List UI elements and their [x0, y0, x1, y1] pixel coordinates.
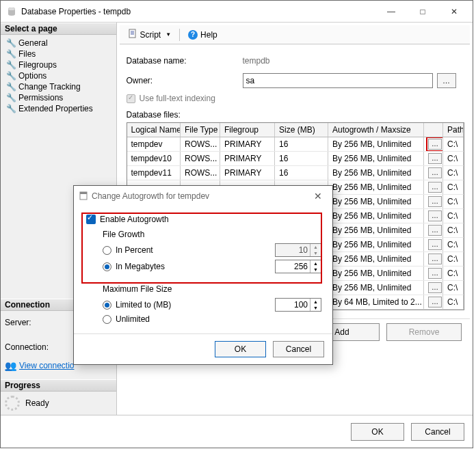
- script-label: Script: [140, 30, 161, 40]
- autogrowth-edit-button[interactable]: …: [428, 282, 442, 293]
- view-connection-text: View connectio: [19, 361, 75, 370]
- help-icon: ?: [188, 30, 198, 40]
- svg-point-1: [8, 8, 15, 10]
- cancel-button[interactable]: Cancel: [411, 423, 464, 441]
- script-icon: [128, 29, 137, 40]
- owner-label: Owner:: [127, 76, 243, 85]
- wrench-icon: 🔧: [6, 104, 16, 113]
- column-header[interactable]: Size (MB): [275, 123, 328, 137]
- autogrowth-edit-button[interactable]: …: [428, 239, 442, 250]
- owner-input[interactable]: [243, 73, 433, 88]
- autogrowth-edit-button[interactable]: …: [428, 268, 442, 279]
- autogrowth-edit-button[interactable]: …: [428, 254, 442, 264]
- dbname-value: tempdb: [243, 54, 434, 68]
- column-header[interactable]: [424, 123, 443, 137]
- svg-rect-2: [129, 29, 135, 38]
- dbname-label: Database name:: [127, 56, 243, 66]
- chevron-down-icon: ▼: [310, 250, 321, 256]
- titlebar: Database Properties - tempdb — □ ✕: [1, 1, 473, 23]
- max-file-size-header: Maximum File Size: [103, 284, 321, 294]
- wrench-icon: 🔧: [6, 82, 16, 92]
- files-label: Database files:: [127, 110, 465, 120]
- page-item-change-tracking[interactable]: 🔧Change Tracking: [2, 81, 115, 92]
- script-button[interactable]: Script ▼: [124, 27, 176, 42]
- in-percent-label: In Percent: [116, 245, 153, 255]
- maximize-button[interactable]: □: [407, 1, 438, 22]
- wrench-icon: 🔧: [6, 93, 16, 102]
- remove-button: Remove: [386, 323, 462, 341]
- close-button[interactable]: ✕: [438, 1, 470, 22]
- chevron-down-icon[interactable]: ▼: [310, 305, 321, 311]
- page-item-filegroups[interactable]: 🔧Filegroups: [2, 59, 115, 70]
- ok-button[interactable]: OK: [351, 423, 404, 441]
- autogrowth-edit-button[interactable]: …: [428, 196, 442, 207]
- page-item-extended-properties[interactable]: 🔧Extended Properties: [2, 103, 115, 114]
- footer: OK Cancel: [1, 415, 473, 448]
- page-item-options[interactable]: 🔧Options: [2, 70, 115, 81]
- svg-rect-4: [80, 192, 87, 194]
- wrench-icon: 🔧: [6, 60, 16, 70]
- dialog-icon: [79, 191, 88, 202]
- autogrowth-edit-button[interactable]: …: [428, 182, 442, 193]
- autogrowth-edit-button[interactable]: …: [428, 153, 442, 164]
- window-title: Database Properties - tempdb: [21, 7, 375, 16]
- help-button[interactable]: ? Help: [184, 29, 222, 41]
- owner-browse-button[interactable]: …: [437, 73, 456, 88]
- limit-spinner[interactable]: ▲▼: [275, 298, 321, 312]
- autogrowth-edit-button[interactable]: …: [428, 210, 442, 221]
- database-icon: [6, 6, 17, 17]
- unlimited-radio[interactable]: Unlimited: [103, 314, 150, 324]
- toolbar: Script ▼ ? Help: [120, 25, 471, 44]
- chevron-up-icon[interactable]: ▲: [310, 299, 321, 305]
- select-page-header: Select a page: [1, 23, 116, 35]
- fulltext-label: Use full-text indexing: [140, 94, 215, 103]
- table-row[interactable]: tempdevROWS...PRIMARY16By 256 MB, Unlimi…: [127, 137, 464, 151]
- page-item-permissions[interactable]: 🔧Permissions: [2, 92, 115, 103]
- dialog-close-button[interactable]: ✕: [309, 191, 327, 202]
- chevron-up-icon[interactable]: ▲: [310, 260, 321, 266]
- table-row[interactable]: tempdev10ROWS...PRIMARY16By 256 MB, Unli…: [127, 151, 464, 165]
- page-item-general[interactable]: 🔧General: [2, 38, 115, 49]
- wrench-icon: 🔧: [6, 71, 16, 81]
- in-percent-radio[interactable]: In Percent: [103, 245, 153, 255]
- mb-spinner[interactable]: ▲▼: [275, 260, 321, 273]
- minimize-button[interactable]: —: [375, 1, 407, 22]
- enable-autogrowth-label: Enable Autogrowth: [100, 215, 169, 224]
- in-mb-radio[interactable]: In Megabytes: [103, 262, 165, 271]
- wrench-icon: 🔧: [6, 49, 16, 59]
- file-growth-header: File Growth: [103, 230, 321, 239]
- enable-autogrowth-checkbox[interactable]: [86, 215, 96, 224]
- dialog-ok-button[interactable]: OK: [215, 341, 266, 357]
- column-header[interactable]: File Type: [181, 123, 220, 137]
- progress-header: Progress: [1, 379, 116, 392]
- chevron-down-icon: ▼: [166, 31, 171, 38]
- column-header[interactable]: Filegroup: [220, 123, 275, 137]
- column-header[interactable]: Path: [443, 123, 464, 137]
- wrench-icon: 🔧: [6, 38, 16, 48]
- fulltext-checkbox: [127, 94, 135, 103]
- dialog-cancel-button[interactable]: Cancel: [273, 341, 324, 357]
- autogrowth-edit-button[interactable]: …: [428, 139, 442, 150]
- chevron-down-icon[interactable]: ▼: [310, 266, 321, 273]
- chevron-up-icon: ▲: [310, 244, 321, 250]
- help-label: Help: [200, 30, 217, 40]
- column-header[interactable]: Logical Name: [127, 123, 181, 137]
- progress-text: Ready: [25, 398, 49, 408]
- limited-label: Limited to (MB): [116, 300, 171, 310]
- autogrowth-edit-button[interactable]: …: [428, 167, 442, 178]
- autogrowth-dialog: Change Autogrowth for tempdev ✕ Enable A…: [73, 185, 333, 365]
- autogrowth-edit-button[interactable]: …: [428, 297, 442, 308]
- in-mb-label: In Megabytes: [116, 262, 165, 271]
- unlimited-label: Unlimited: [116, 314, 150, 324]
- table-row[interactable]: tempdev11ROWS...PRIMARY16By 256 MB, Unli…: [127, 165, 464, 180]
- column-header[interactable]: Autogrowth / Maxsize: [328, 123, 424, 137]
- progress-spinner-icon: [5, 396, 20, 411]
- limited-radio[interactable]: Limited to (MB): [103, 300, 171, 310]
- percent-spinner: ▲▼: [275, 243, 321, 257]
- page-item-files[interactable]: 🔧Files: [2, 49, 115, 59]
- people-icon: 👥: [5, 360, 16, 371]
- dialog-title: Change Autogrowth for tempdev: [92, 191, 209, 201]
- autogrowth-edit-button[interactable]: …: [428, 225, 442, 236]
